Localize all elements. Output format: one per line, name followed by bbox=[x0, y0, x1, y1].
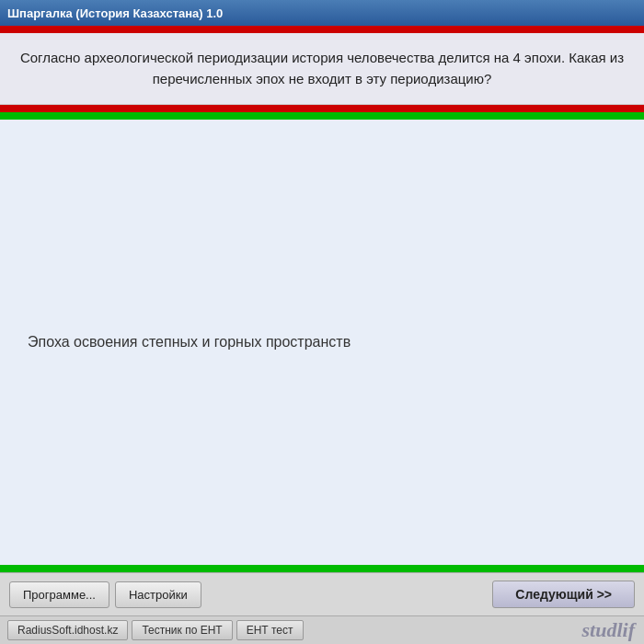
watermark: studlif bbox=[582, 618, 635, 642]
program-button[interactable]: Программе... bbox=[9, 581, 109, 608]
main-window: Шпаргалка (История Казахстана) 1.0 Согла… bbox=[0, 0, 644, 644]
status-item-2: Тестник по ЕНТ bbox=[132, 620, 232, 640]
red-bar-top bbox=[0, 26, 644, 33]
answer-area: Эпоха освоения степных и горных простран… bbox=[0, 120, 644, 565]
red-bar-bottom bbox=[0, 105, 644, 112]
green-bar-top bbox=[0, 112, 644, 120]
title-label: Шпаргалка (История Казахстана) 1.0 bbox=[7, 6, 223, 20]
button-row: Программе... Настройки Следующий >> bbox=[0, 572, 644, 615]
next-button[interactable]: Следующий >> bbox=[492, 581, 635, 608]
answer-text: Эпоха освоения степных и горных простран… bbox=[28, 334, 351, 351]
green-bar-bottom bbox=[0, 565, 644, 572]
settings-button[interactable]: Настройки bbox=[115, 581, 201, 608]
status-item-3: ЕНТ тест bbox=[236, 620, 304, 640]
status-bar: RadiusSoft.idhost.kz Тестник по ЕНТ ЕНТ … bbox=[0, 615, 644, 644]
status-item-1: RadiusSoft.idhost.kz bbox=[7, 620, 128, 640]
title-bar: Шпаргалка (История Казахстана) 1.0 bbox=[0, 0, 644, 26]
question-text: Согласно археологической периодизации ис… bbox=[20, 50, 624, 86]
question-area: Согласно археологической периодизации ис… bbox=[0, 33, 644, 105]
